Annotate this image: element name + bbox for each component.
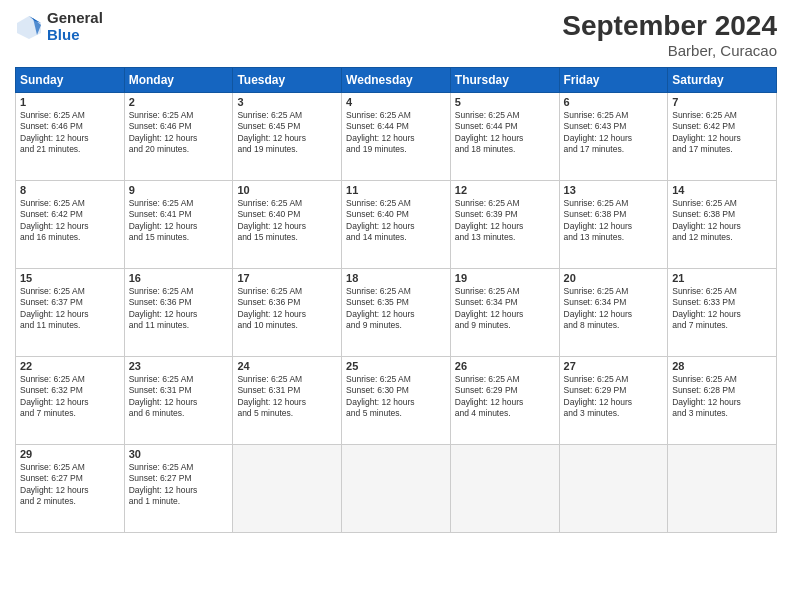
day-info: Sunrise: 6:25 AM Sunset: 6:31 PM Dayligh… bbox=[237, 374, 337, 420]
calendar-header-row: Sunday Monday Tuesday Wednesday Thursday… bbox=[16, 68, 777, 93]
header: General Blue September 2024 Barber, Cura… bbox=[15, 10, 777, 59]
day-info: Sunrise: 6:25 AM Sunset: 6:32 PM Dayligh… bbox=[20, 374, 120, 420]
day-info: Sunrise: 6:25 AM Sunset: 6:44 PM Dayligh… bbox=[455, 110, 555, 156]
table-row: 11Sunrise: 6:25 AM Sunset: 6:40 PM Dayli… bbox=[342, 181, 451, 269]
day-number: 3 bbox=[237, 96, 337, 108]
day-number: 15 bbox=[20, 272, 120, 284]
day-info: Sunrise: 6:25 AM Sunset: 6:42 PM Dayligh… bbox=[20, 198, 120, 244]
table-row: 4Sunrise: 6:25 AM Sunset: 6:44 PM Daylig… bbox=[342, 93, 451, 181]
table-row: 19Sunrise: 6:25 AM Sunset: 6:34 PM Dayli… bbox=[450, 269, 559, 357]
table-row: 14Sunrise: 6:25 AM Sunset: 6:38 PM Dayli… bbox=[668, 181, 777, 269]
table-row: 30Sunrise: 6:25 AM Sunset: 6:27 PM Dayli… bbox=[124, 445, 233, 533]
day-info: Sunrise: 6:25 AM Sunset: 6:28 PM Dayligh… bbox=[672, 374, 772, 420]
day-number: 25 bbox=[346, 360, 446, 372]
day-info: Sunrise: 6:25 AM Sunset: 6:30 PM Dayligh… bbox=[346, 374, 446, 420]
table-row bbox=[559, 445, 668, 533]
day-info: Sunrise: 6:25 AM Sunset: 6:44 PM Dayligh… bbox=[346, 110, 446, 156]
logo-icon bbox=[15, 13, 43, 41]
table-row: 22Sunrise: 6:25 AM Sunset: 6:32 PM Dayli… bbox=[16, 357, 125, 445]
day-number: 30 bbox=[129, 448, 229, 460]
day-info: Sunrise: 6:25 AM Sunset: 6:42 PM Dayligh… bbox=[672, 110, 772, 156]
day-number: 19 bbox=[455, 272, 555, 284]
day-number: 9 bbox=[129, 184, 229, 196]
table-row: 2Sunrise: 6:25 AM Sunset: 6:46 PM Daylig… bbox=[124, 93, 233, 181]
table-row: 16Sunrise: 6:25 AM Sunset: 6:36 PM Dayli… bbox=[124, 269, 233, 357]
day-info: Sunrise: 6:25 AM Sunset: 6:40 PM Dayligh… bbox=[346, 198, 446, 244]
day-number: 14 bbox=[672, 184, 772, 196]
day-number: 17 bbox=[237, 272, 337, 284]
table-row: 1Sunrise: 6:25 AM Sunset: 6:46 PM Daylig… bbox=[16, 93, 125, 181]
table-row: 10Sunrise: 6:25 AM Sunset: 6:40 PM Dayli… bbox=[233, 181, 342, 269]
day-number: 1 bbox=[20, 96, 120, 108]
day-number: 18 bbox=[346, 272, 446, 284]
table-row: 7Sunrise: 6:25 AM Sunset: 6:42 PM Daylig… bbox=[668, 93, 777, 181]
day-number: 5 bbox=[455, 96, 555, 108]
day-info: Sunrise: 6:25 AM Sunset: 6:45 PM Dayligh… bbox=[237, 110, 337, 156]
calendar: Sunday Monday Tuesday Wednesday Thursday… bbox=[15, 67, 777, 533]
col-wednesday: Wednesday bbox=[342, 68, 451, 93]
calendar-week-row: 22Sunrise: 6:25 AM Sunset: 6:32 PM Dayli… bbox=[16, 357, 777, 445]
day-number: 27 bbox=[564, 360, 664, 372]
col-sunday: Sunday bbox=[16, 68, 125, 93]
logo-text: General Blue bbox=[47, 10, 103, 43]
day-number: 2 bbox=[129, 96, 229, 108]
day-number: 28 bbox=[672, 360, 772, 372]
day-info: Sunrise: 6:25 AM Sunset: 6:38 PM Dayligh… bbox=[672, 198, 772, 244]
calendar-week-row: 8Sunrise: 6:25 AM Sunset: 6:42 PM Daylig… bbox=[16, 181, 777, 269]
logo-general: General bbox=[47, 10, 103, 27]
day-number: 7 bbox=[672, 96, 772, 108]
table-row: 27Sunrise: 6:25 AM Sunset: 6:29 PM Dayli… bbox=[559, 357, 668, 445]
day-number: 8 bbox=[20, 184, 120, 196]
title-block: September 2024 Barber, Curacao bbox=[562, 10, 777, 59]
col-friday: Friday bbox=[559, 68, 668, 93]
table-row: 21Sunrise: 6:25 AM Sunset: 6:33 PM Dayli… bbox=[668, 269, 777, 357]
day-number: 22 bbox=[20, 360, 120, 372]
day-info: Sunrise: 6:25 AM Sunset: 6:34 PM Dayligh… bbox=[455, 286, 555, 332]
day-info: Sunrise: 6:25 AM Sunset: 6:31 PM Dayligh… bbox=[129, 374, 229, 420]
table-row: 15Sunrise: 6:25 AM Sunset: 6:37 PM Dayli… bbox=[16, 269, 125, 357]
day-info: Sunrise: 6:25 AM Sunset: 6:43 PM Dayligh… bbox=[564, 110, 664, 156]
day-info: Sunrise: 6:25 AM Sunset: 6:38 PM Dayligh… bbox=[564, 198, 664, 244]
table-row: 26Sunrise: 6:25 AM Sunset: 6:29 PM Dayli… bbox=[450, 357, 559, 445]
day-number: 11 bbox=[346, 184, 446, 196]
day-info: Sunrise: 6:25 AM Sunset: 6:37 PM Dayligh… bbox=[20, 286, 120, 332]
table-row: 29Sunrise: 6:25 AM Sunset: 6:27 PM Dayli… bbox=[16, 445, 125, 533]
table-row: 3Sunrise: 6:25 AM Sunset: 6:45 PM Daylig… bbox=[233, 93, 342, 181]
col-thursday: Thursday bbox=[450, 68, 559, 93]
day-info: Sunrise: 6:25 AM Sunset: 6:46 PM Dayligh… bbox=[129, 110, 229, 156]
day-info: Sunrise: 6:25 AM Sunset: 6:34 PM Dayligh… bbox=[564, 286, 664, 332]
table-row: 20Sunrise: 6:25 AM Sunset: 6:34 PM Dayli… bbox=[559, 269, 668, 357]
col-monday: Monday bbox=[124, 68, 233, 93]
day-number: 23 bbox=[129, 360, 229, 372]
day-number: 12 bbox=[455, 184, 555, 196]
table-row: 17Sunrise: 6:25 AM Sunset: 6:36 PM Dayli… bbox=[233, 269, 342, 357]
day-info: Sunrise: 6:25 AM Sunset: 6:41 PM Dayligh… bbox=[129, 198, 229, 244]
table-row bbox=[342, 445, 451, 533]
day-number: 29 bbox=[20, 448, 120, 460]
calendar-week-row: 29Sunrise: 6:25 AM Sunset: 6:27 PM Dayli… bbox=[16, 445, 777, 533]
table-row: 5Sunrise: 6:25 AM Sunset: 6:44 PM Daylig… bbox=[450, 93, 559, 181]
day-info: Sunrise: 6:25 AM Sunset: 6:36 PM Dayligh… bbox=[237, 286, 337, 332]
day-number: 6 bbox=[564, 96, 664, 108]
day-number: 13 bbox=[564, 184, 664, 196]
table-row: 12Sunrise: 6:25 AM Sunset: 6:39 PM Dayli… bbox=[450, 181, 559, 269]
title-month: September 2024 bbox=[562, 10, 777, 42]
logo-blue: Blue bbox=[47, 27, 103, 44]
table-row bbox=[668, 445, 777, 533]
day-number: 20 bbox=[564, 272, 664, 284]
logo: General Blue bbox=[15, 10, 103, 43]
col-saturday: Saturday bbox=[668, 68, 777, 93]
calendar-week-row: 1Sunrise: 6:25 AM Sunset: 6:46 PM Daylig… bbox=[16, 93, 777, 181]
day-info: Sunrise: 6:25 AM Sunset: 6:46 PM Dayligh… bbox=[20, 110, 120, 156]
day-number: 26 bbox=[455, 360, 555, 372]
table-row: 24Sunrise: 6:25 AM Sunset: 6:31 PM Dayli… bbox=[233, 357, 342, 445]
day-number: 4 bbox=[346, 96, 446, 108]
table-row: 23Sunrise: 6:25 AM Sunset: 6:31 PM Dayli… bbox=[124, 357, 233, 445]
day-number: 16 bbox=[129, 272, 229, 284]
day-info: Sunrise: 6:25 AM Sunset: 6:40 PM Dayligh… bbox=[237, 198, 337, 244]
table-row: 25Sunrise: 6:25 AM Sunset: 6:30 PM Dayli… bbox=[342, 357, 451, 445]
day-info: Sunrise: 6:25 AM Sunset: 6:33 PM Dayligh… bbox=[672, 286, 772, 332]
day-number: 21 bbox=[672, 272, 772, 284]
table-row: 13Sunrise: 6:25 AM Sunset: 6:38 PM Dayli… bbox=[559, 181, 668, 269]
table-row: 8Sunrise: 6:25 AM Sunset: 6:42 PM Daylig… bbox=[16, 181, 125, 269]
